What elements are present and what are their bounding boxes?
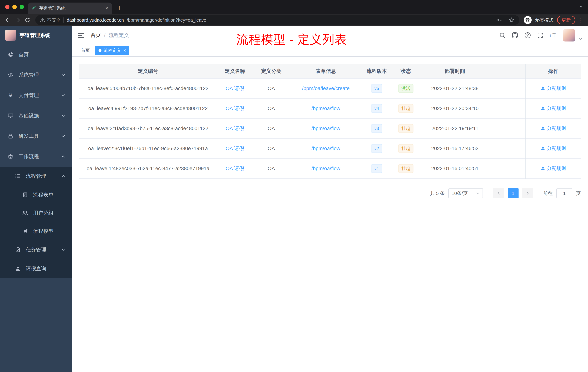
window-zoom-button[interactable] xyxy=(20,5,24,9)
sidebar-item-home[interactable]: 首页 xyxy=(0,44,72,65)
sidebar-item-workflow[interactable]: 工作流程 xyxy=(0,146,72,167)
form-link[interactable]: /bpm/oa/flow xyxy=(311,106,340,111)
tab-title: 芋道管理系统 xyxy=(39,5,102,11)
table-header-row: 定义编号 定义名称 定义分类 表单信息 流程版本 状态 部署时间 操作 xyxy=(79,64,581,79)
sidebar-item-task-management[interactable]: 任务管理 xyxy=(0,240,72,259)
sidebar-logo[interactable]: 芋道管理系统 xyxy=(0,26,72,44)
definition-id: oa_leave:4:991f2193-7b7f-11ec-a3c8-acde4… xyxy=(79,106,217,111)
new-tab-button[interactable]: + xyxy=(114,3,124,13)
sidebar-item-process-model[interactable]: 流程模型 xyxy=(0,222,72,240)
definition-category: OA xyxy=(253,146,289,152)
hamburger-icon[interactable] xyxy=(77,32,85,39)
next-page-button[interactable] xyxy=(522,188,533,198)
chevron-down-icon xyxy=(61,73,65,77)
sidebar: 芋道管理系统 首页 系统管理 ¥ 支付管理 xyxy=(0,26,72,372)
form-link[interactable]: /bpm/oa/flow xyxy=(311,146,340,151)
window-close-button[interactable] xyxy=(5,5,10,9)
assign-rule-button[interactable]: 分配规则 xyxy=(541,125,566,131)
browser-tab[interactable]: 芋道管理系统 × xyxy=(28,2,112,14)
browser-menu-kebab-icon[interactable]: ⋮ xyxy=(578,17,584,23)
sidebar-item-user-group[interactable]: 用户分组 xyxy=(0,204,72,222)
version-tag: v1 xyxy=(371,164,382,173)
help-icon[interactable] xyxy=(524,32,531,39)
goto-label: 前往 xyxy=(543,190,553,197)
dashboard-icon xyxy=(7,52,14,57)
security-indicator[interactable]: 不安全 xyxy=(40,17,61,23)
incognito-label: 无痕模式 xyxy=(535,17,554,23)
font-size-icon[interactable]: tT xyxy=(549,33,557,38)
bookmark-star-icon[interactable] xyxy=(509,17,514,23)
status-badge: 挂起 xyxy=(398,124,413,133)
tag-process-definition[interactable]: 流程定义 × xyxy=(95,46,129,55)
github-icon[interactable] xyxy=(512,32,518,39)
tab-close-icon[interactable]: × xyxy=(105,5,108,11)
definition-name-link[interactable]: OA 请假 xyxy=(226,86,244,91)
document-icon xyxy=(22,192,28,197)
reload-button[interactable] xyxy=(22,15,32,25)
page-unit-label: 页 xyxy=(576,190,581,197)
chevron-down-icon xyxy=(61,248,65,252)
key-icon[interactable] xyxy=(496,17,502,23)
tag-home[interactable]: 首页 xyxy=(78,46,93,55)
definition-name-link[interactable]: OA 请假 xyxy=(226,106,244,111)
assign-rule-button[interactable]: 分配规则 xyxy=(541,105,566,111)
goto-page-input[interactable] xyxy=(556,188,572,198)
person-icon xyxy=(541,126,545,131)
sidebar-item-label: 流程表单 xyxy=(33,191,53,198)
definition-name-link[interactable]: OA 请假 xyxy=(226,146,244,151)
column-header: 流程版本 xyxy=(362,68,391,75)
sidebar-item-label: 用户分组 xyxy=(33,209,53,216)
user-avatar[interactable] xyxy=(563,29,575,42)
sidebar-submenu-workflow: 流程管理 流程表单 用户分组 xyxy=(0,167,72,278)
sidebar-item-devtools[interactable]: 研发工具 xyxy=(0,126,72,146)
definition-category: OA xyxy=(253,166,289,171)
page-size-select[interactable]: 10条/页 xyxy=(448,188,483,198)
form-link[interactable]: /bpm/oa/flow xyxy=(311,166,340,171)
assign-rule-button[interactable]: 分配规则 xyxy=(541,165,566,172)
sidebar-item-leave-query[interactable]: 请假查询 xyxy=(0,259,72,278)
incognito-icon xyxy=(524,16,532,24)
list-icon xyxy=(15,174,21,179)
favicon-leaf-icon xyxy=(31,6,36,11)
sidebar-item-infrastructure[interactable]: 基础设施 xyxy=(0,106,72,126)
assign-rule-button[interactable]: 分配规则 xyxy=(541,145,566,152)
sidebar-item-label: 系统管理 xyxy=(19,72,39,78)
column-header: 表单信息 xyxy=(289,68,362,75)
definition-name-link[interactable]: OA 请假 xyxy=(226,166,244,171)
back-button[interactable] xyxy=(3,15,13,25)
search-icon[interactable] xyxy=(499,32,505,38)
update-button[interactable]: 更新 xyxy=(557,16,575,24)
definition-name-link[interactable]: OA 请假 xyxy=(226,126,244,131)
gear-icon xyxy=(7,72,14,78)
clipboard-icon xyxy=(15,247,21,252)
page-number-button[interactable]: 1 xyxy=(508,188,519,198)
status-badge: 挂起 xyxy=(398,104,413,113)
svg-text:t: t xyxy=(550,33,551,38)
form-link[interactable]: /bpm/oa/flow xyxy=(311,126,340,131)
tab-search-chevron-icon[interactable] xyxy=(579,4,583,9)
sidebar-item-label: 研发工具 xyxy=(19,133,39,140)
sidebar-item-payment[interactable]: ¥ 支付管理 xyxy=(0,85,72,106)
address-bar[interactable]: 不安全 dashboard.yudao.iocoder.cn /bpm/mana… xyxy=(35,15,519,25)
sidebar-item-process-management[interactable]: 流程管理 xyxy=(0,167,72,186)
window-minimize-button[interactable] xyxy=(12,5,17,9)
sidebar-item-process-form[interactable]: 流程表单 xyxy=(0,186,72,204)
sidebar-item-system[interactable]: 系统管理 xyxy=(0,65,72,85)
assign-rule-button[interactable]: 分配规则 xyxy=(541,85,566,92)
pagination-total: 共 5 条 xyxy=(430,190,445,197)
definition-id: oa_leave:2:3c1f0ef1-76b1-11ec-9c66-a2380… xyxy=(79,146,217,152)
person-icon xyxy=(541,146,545,151)
breadcrumb-home[interactable]: 首页 xyxy=(91,32,101,39)
prev-page-button[interactable] xyxy=(493,188,504,198)
form-link[interactable]: /bpm/oa/leave/create xyxy=(302,86,350,91)
avatar-caret-down-icon[interactable] xyxy=(578,37,583,41)
fullscreen-icon[interactable] xyxy=(537,32,543,38)
svg-text:T: T xyxy=(552,33,556,38)
person-icon xyxy=(15,266,21,271)
deploy-time: 2022-01-22 20:34:10 xyxy=(420,106,489,111)
column-header: 定义名称 xyxy=(217,68,253,75)
address-divider xyxy=(63,17,64,22)
tag-close-icon[interactable]: × xyxy=(123,48,126,53)
table-row: oa_leave:2:3c1f0ef1-76b1-11ec-9c66-a2380… xyxy=(79,139,581,159)
forward-button[interactable] xyxy=(13,15,22,25)
